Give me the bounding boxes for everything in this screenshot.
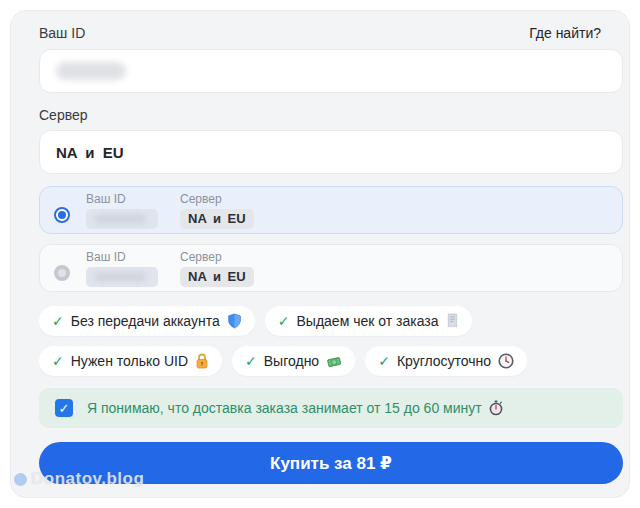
buy-button[interactable]: Купить за 81 ₽ [39, 442, 623, 484]
clock-icon [498, 353, 514, 369]
delivery-confirmation[interactable]: ✓ Я понимаю, что доставка заказа занимае… [39, 388, 623, 428]
option-id-column: Ваш ID [86, 250, 158, 287]
redacted-id-chip [86, 209, 158, 229]
badge-label: Без передачи аккаунта [71, 313, 220, 329]
shield-icon [227, 313, 242, 329]
option-server-chip: NA и EU [180, 209, 254, 229]
radio-unselected-icon[interactable] [54, 265, 70, 281]
option-id-column: Ваш ID [86, 192, 158, 229]
check-icon: ✓ [278, 313, 290, 329]
purchase-form: Ваш ID Где найти? Сервер NA и EU Ваш ID … [0, 0, 640, 508]
badge-no-account-transfer: ✓ Без передачи аккаунта [39, 306, 255, 336]
badge-row-2: ✓ Нужен только UID ✓ Выгодно [39, 346, 601, 376]
check-icon: ✓ [378, 353, 390, 369]
confirmation-text-wrap: Я понимаю, что доставка заказа занимает … [87, 400, 503, 416]
saved-option-1[interactable]: Ваш ID Сервер NA и EU [39, 186, 623, 234]
id-field-label: Ваш ID [39, 25, 85, 41]
server-label-row: Сервер [39, 107, 601, 123]
badge-around-the-clock: ✓ Круглосуточно [365, 346, 527, 376]
badge-label: Круглосуточно [397, 353, 491, 369]
id-input[interactable] [39, 49, 623, 93]
option-server-column: Сервер NA и EU [180, 192, 254, 229]
badge-receipt: ✓ Выдаем чек от заказа [265, 306, 472, 336]
option-server-label: Сервер [180, 250, 254, 264]
option-id-label: Ваш ID [86, 192, 158, 206]
redacted-id-value [94, 214, 146, 224]
badge-label: Нужен только UID [71, 353, 188, 369]
money-icon [326, 354, 342, 369]
confirmation-checkbox[interactable]: ✓ [55, 399, 73, 417]
badge-row-1: ✓ Без передачи аккаунта ✓ Выдаем чек от … [39, 306, 601, 336]
badge-label: Выдаем чек от заказа [296, 313, 438, 329]
stopwatch-icon [489, 400, 503, 416]
redacted-id-value [56, 62, 126, 80]
redacted-id-value [94, 272, 146, 282]
badge-label: Выгодно [264, 353, 319, 369]
radio-selected-icon[interactable] [54, 207, 70, 223]
badge-uid-only: ✓ Нужен только UID [39, 346, 222, 376]
option-server-chip: NA и EU [180, 267, 254, 287]
check-icon: ✓ [52, 353, 64, 369]
form-card: Ваш ID Где найти? Сервер NA и EU Ваш ID … [10, 10, 630, 498]
buy-button-label: Купить за 81 ₽ [270, 453, 392, 474]
feature-badges: ✓ Без передачи аккаунта ✓ Выдаем чек от … [39, 306, 601, 376]
check-icon: ✓ [245, 353, 257, 369]
option-server-value: NA и EU [188, 211, 246, 226]
server-value: NA и EU [56, 144, 124, 161]
saved-option-2[interactable]: Ваш ID Сервер NA и EU [39, 244, 623, 292]
receipt-icon [446, 313, 459, 329]
check-icon: ✓ [52, 313, 64, 329]
option-server-value: NA и EU [188, 269, 246, 284]
redacted-id-chip [86, 267, 158, 287]
option-server-label: Сервер [180, 192, 254, 206]
badge-good-value: ✓ Выгодно [232, 346, 355, 376]
server-input[interactable]: NA и EU [39, 130, 623, 174]
confirmation-text: Я понимаю, что доставка заказа занимает … [87, 400, 482, 416]
server-field-label: Сервер [39, 107, 88, 123]
option-id-label: Ваш ID [86, 250, 158, 264]
option-server-column: Сервер NA и EU [180, 250, 254, 287]
id-label-row: Ваш ID Где найти? [39, 25, 601, 41]
lock-icon [195, 353, 209, 369]
where-to-find-link[interactable]: Где найти? [529, 25, 601, 41]
